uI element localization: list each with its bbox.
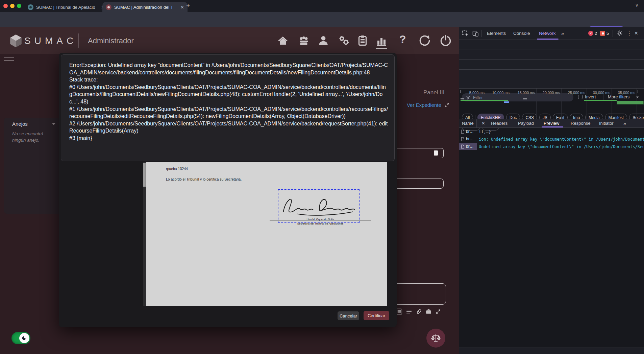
- tab-close-icon[interactable]: ✕: [180, 5, 184, 10]
- ruler-edge-tick: [638, 90, 638, 93]
- tick-20000: 20,000 ms: [535, 91, 560, 95]
- more-panels-chevron-icon[interactable]: »: [561, 30, 564, 36]
- requests-column-divider[interactable]: [477, 128, 477, 348]
- tab-search-chevron-icon[interactable]: ∨: [635, 3, 639, 8]
- briefcase-icon[interactable]: [425, 308, 432, 315]
- tab-title: SUMAC | Tribunal de Apelacio: [36, 5, 95, 10]
- request-row[interactable]: br…: [459, 135, 477, 143]
- devtools-close-icon[interactable]: ✕: [634, 30, 638, 36]
- window-minimize-button[interactable]: [10, 4, 15, 8]
- anejos-title: Anejos: [12, 121, 28, 127]
- browser-tab-inactive[interactable]: SUMAC | Tribunal de Apelacio ✕: [24, 2, 108, 12]
- tick-15000: 15,000 ms: [510, 91, 535, 95]
- close-detail-icon[interactable]: ✕: [481, 121, 485, 126]
- document-preview: rpueba 13244 Lo acordó el Tribunal y lo …: [143, 162, 387, 306]
- align-list-icon[interactable]: [396, 308, 402, 315]
- issues-badge-icon[interactable]: [600, 31, 605, 36]
- ruler-edge-tick: [460, 90, 461, 93]
- request-row-selected[interactable]: br…: [459, 143, 477, 150]
- window-zoom-button[interactable]: [17, 4, 21, 8]
- power-icon[interactable]: [440, 34, 452, 47]
- inspect-element-icon[interactable]: [462, 30, 469, 37]
- signer-title: Secretaria del Tribunal de Apelaciones: [280, 222, 361, 225]
- expand-icon[interactable]: [435, 309, 441, 314]
- device-toolbar-icon[interactable]: [472, 30, 479, 37]
- detail-tab-response[interactable]: Response: [571, 121, 591, 126]
- app-header: SUMAC Administrador ?: [0, 27, 459, 54]
- cancel-button[interactable]: Cancelar: [338, 311, 359, 320]
- preview-line: Undefined array key \"documentContent\" …: [479, 144, 644, 149]
- signer-name: Lisa M. Oquendo Solís: [280, 218, 361, 221]
- collapse-caret-icon[interactable]: [52, 123, 55, 125]
- menu-hamburger-icon[interactable]: [4, 57, 14, 61]
- detail-tab-preview[interactable]: Preview: [544, 121, 559, 126]
- devtools-tab-network[interactable]: Network: [539, 31, 556, 36]
- waterfall-gray-dash: [461, 98, 464, 99]
- devtools-menu-icon[interactable]: ⋮: [627, 30, 632, 37]
- tick-10000: 10,000 ms: [485, 91, 510, 95]
- tick-25000: 25,000 ms: [560, 91, 585, 95]
- devtools-tab-console[interactable]: Console: [513, 31, 530, 36]
- theme-toggle[interactable]: [11, 332, 30, 344]
- anejos-panel: Anejos No se encontró ningún anejo.: [4, 118, 61, 214]
- page-content: SUMAC Administrador ? Panel III Ver Expe…: [0, 27, 459, 354]
- error-line: #3 {main}: [69, 135, 388, 142]
- role-title: Administrador: [88, 37, 134, 45]
- filter-row: Filter Invert More filters: [459, 60, 644, 70]
- throttling-row: No throttling: [459, 49, 644, 60]
- scales-badge[interactable]: [426, 329, 445, 348]
- reports-chart-icon[interactable]: [375, 34, 388, 47]
- document-edge-shadow: [140, 162, 143, 306]
- waterfall-gray-dash: [523, 98, 527, 99]
- document-scrollbar[interactable]: [143, 162, 146, 306]
- file-icon: [461, 129, 465, 134]
- devtools-settings-gear-icon[interactable]: [617, 30, 623, 36]
- waterfall-green-bar: [584, 100, 617, 101]
- detail-tab-headers[interactable]: Headers: [491, 121, 507, 126]
- preview-tab-underline: [542, 126, 563, 127]
- certify-button[interactable]: Certificar: [364, 311, 389, 320]
- ver-expediente-link[interactable]: Ver Expediente: [407, 102, 449, 108]
- paperclip-icon[interactable]: [416, 308, 422, 315]
- detail-tab-initiator[interactable]: Initiator: [599, 121, 614, 126]
- detail-tab-payload[interactable]: Payload: [518, 121, 534, 126]
- error-line: ErrorException: Undefined array key "doc…: [69, 62, 388, 76]
- help-icon[interactable]: ?: [399, 33, 406, 46]
- user-icon[interactable]: [317, 34, 329, 47]
- more-detail-tabs-icon[interactable]: »: [623, 120, 626, 126]
- console-error-badge-icon[interactable]: ✕: [588, 31, 593, 36]
- certification-modal: ErrorException: Undefined array key "doc…: [59, 53, 397, 327]
- clipboard-icon[interactable]: [356, 34, 369, 47]
- tick-5000: 5,000 ms: [460, 91, 485, 95]
- php-error-dialog: ErrorException: Undefined array key "doc…: [61, 54, 395, 161]
- document-icon[interactable]: [434, 150, 438, 156]
- lines-icon[interactable]: [406, 308, 412, 315]
- timeline-overview[interactable]: 5,000 ms 10,000 ms 15,000 ms 20,000 ms 2…: [459, 89, 644, 119]
- window-close-button[interactable]: [3, 4, 8, 8]
- devtools-panel: Elements Console Network » ✕ 2 5 ⋮ ✕ Pre…: [459, 27, 644, 354]
- browser-tab-strip: SUMAC | Tribunal de Apelacio ✕ SUMAC | A…: [0, 0, 644, 12]
- browser-tab-active[interactable]: SUMAC | Administración del T ✕: [102, 2, 188, 12]
- waterfall-green-bar: [461, 100, 508, 101]
- issue-count: 5: [606, 31, 609, 36]
- reset-icon[interactable]: [419, 34, 431, 47]
- new-tab-button[interactable]: +: [186, 2, 190, 9]
- document-ref-text: rpueba 13244: [166, 167, 188, 171]
- settings-gears-icon[interactable]: [338, 34, 350, 47]
- scales-favicon: [28, 4, 33, 10]
- name-column-header[interactable]: Name: [459, 119, 477, 128]
- php-error-text: ErrorException: Undefined array key "doc…: [69, 62, 388, 142]
- sumac-logo-icon: [9, 34, 22, 48]
- error-count: 2: [595, 31, 597, 36]
- devtools-tab-elements[interactable]: Elements: [487, 31, 506, 36]
- tick-35000: 35,000 ms: [610, 91, 635, 95]
- open-expand-icon[interactable]: [444, 102, 449, 108]
- editor-toolbar: [396, 308, 441, 315]
- request-row[interactable]: br…: [459, 128, 477, 135]
- devtools-tab-bar: Elements Console Network » ✕ 2 5 ⋮ ✕: [459, 27, 644, 40]
- active-nav-underline: [376, 48, 387, 49]
- header-divider: [78, 33, 79, 48]
- error-line: #2 /Users/john/Documents/SeedburySquare/…: [69, 120, 388, 135]
- home-icon[interactable]: [277, 34, 289, 47]
- panel-members-icon[interactable]: [298, 34, 310, 47]
